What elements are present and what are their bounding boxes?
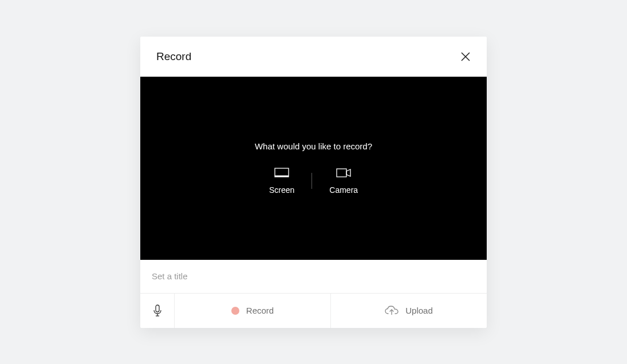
preview-question: What would you like to record? [255, 141, 372, 151]
close-icon [460, 52, 471, 62]
preview-area: What would you like to record? Screen [140, 77, 487, 260]
record-button-label: Record [246, 306, 274, 315]
close-button[interactable] [460, 52, 471, 62]
record-button[interactable]: Record [175, 294, 331, 328]
modal-footer: Record Upload [140, 294, 487, 328]
record-options: Screen Camera [252, 167, 375, 195]
cloud-upload-icon [385, 306, 399, 316]
record-modal: Record What would you like to record? Sc… [140, 37, 487, 328]
option-screen[interactable]: Screen [252, 167, 311, 195]
title-row [140, 260, 487, 294]
modal-title: Record [156, 50, 191, 63]
camera-icon [336, 167, 351, 179]
svg-rect-3 [275, 176, 289, 177]
option-camera-label: Camera [329, 185, 358, 195]
svg-rect-4 [337, 169, 346, 177]
modal-header: Record [140, 37, 487, 77]
svg-rect-5 [156, 305, 159, 312]
upload-button[interactable]: Upload [331, 294, 487, 328]
option-camera[interactable]: Camera [312, 167, 375, 195]
title-input[interactable] [152, 271, 475, 281]
screen-icon [274, 167, 289, 179]
option-screen-label: Screen [269, 185, 294, 195]
microphone-button[interactable] [140, 294, 175, 328]
record-dot-icon [231, 307, 239, 315]
upload-button-label: Upload [405, 306, 433, 315]
microphone-icon [153, 304, 162, 317]
